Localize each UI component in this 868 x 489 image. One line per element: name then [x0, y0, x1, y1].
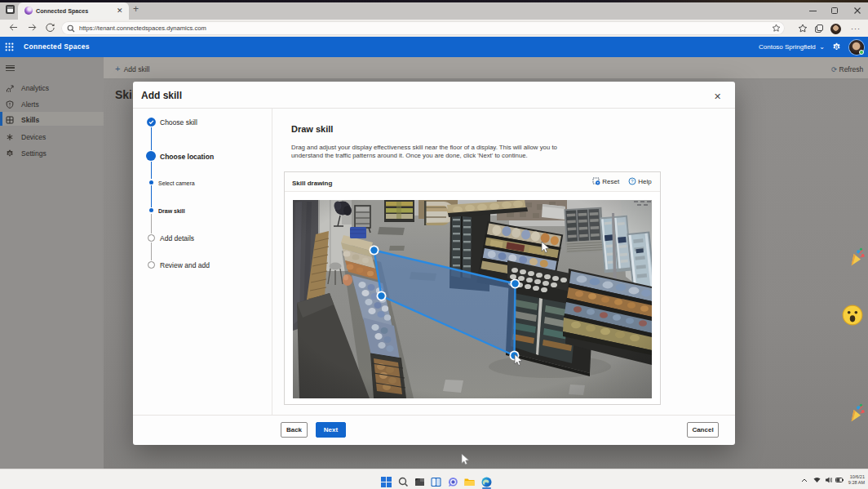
svg-text:?: ?: [631, 179, 634, 184]
